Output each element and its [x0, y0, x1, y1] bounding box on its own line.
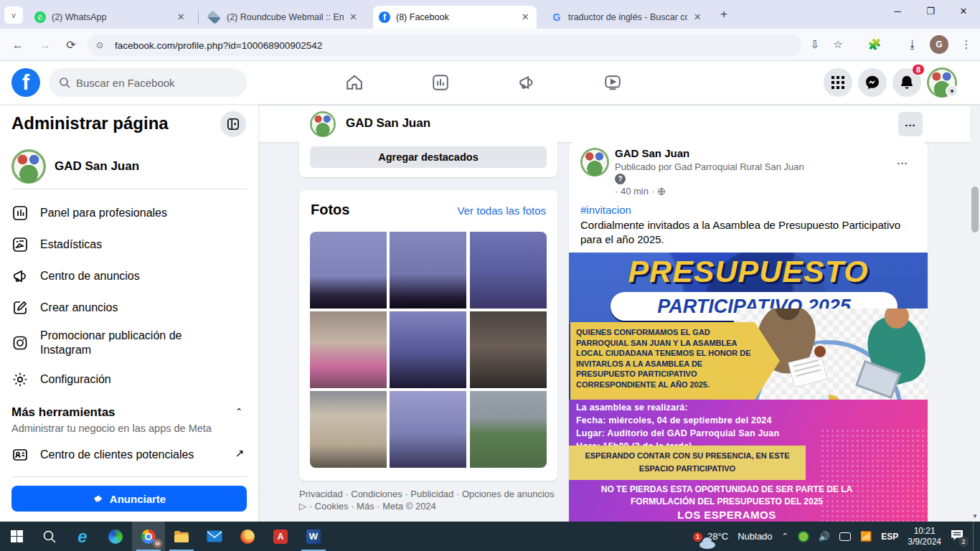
sidebar-item-leads-center[interactable]: Centro de clientes potenciales — [6, 440, 253, 470]
apps-menu-button[interactable] — [824, 68, 852, 97]
photo-thumbnail[interactable] — [470, 391, 547, 468]
footer-links-line2[interactable]: · Cookies · Más · Meta © 2024 — [309, 501, 436, 512]
photo-thumbnail[interactable] — [310, 311, 387, 388]
sidebar-item-label: Centro de clientes potenciales — [40, 448, 194, 462]
system-tray: 1 28°C Nublado ⌃ 🔊 📶 ESP 10:21 3/9/2024 … — [698, 522, 980, 551]
taskbar-file-explorer[interactable] — [165, 522, 198, 551]
show-desktop-button[interactable] — [973, 522, 976, 551]
tray-expand-icon[interactable]: ⌃ — [782, 532, 788, 541]
photo-thumbnail[interactable] — [390, 232, 466, 309]
back-button[interactable]: ← — [9, 36, 27, 55]
taskbar-chrome[interactable]: G — [132, 522, 165, 551]
see-all-photos-link[interactable]: Ver todas las fotos — [458, 204, 546, 217]
page-title-avatar[interactable] — [310, 111, 336, 137]
tab-whatsapp[interactable]: ✆ (2) WhatsApp ✕ — [29, 6, 192, 29]
nav-insights[interactable] — [400, 70, 481, 95]
install-app-icon[interactable]: ⇩ — [807, 37, 823, 52]
window-minimize-button[interactable]: ─ — [881, 0, 914, 24]
collapse-sidebar-button[interactable] — [220, 111, 246, 137]
post-timestamp[interactable]: · 40 min · — [615, 186, 666, 197]
sidebar-item-professional-dashboard[interactable]: Panel para profesionales — [6, 198, 253, 228]
taskbar-search-button[interactable] — [33, 522, 66, 551]
taskbar-internet-explorer[interactable]: e — [66, 522, 99, 551]
add-featured-button[interactable]: Agregar destacados — [310, 146, 547, 168]
photo-thumbnail[interactable] — [390, 391, 466, 468]
browser-menu-icon[interactable]: ⋮ — [958, 37, 974, 52]
search-icon — [42, 529, 57, 544]
nav-home[interactable] — [314, 70, 395, 95]
page-more-button[interactable]: ... — [898, 112, 923, 136]
facebook-search-input[interactable]: Buscar en Facebook — [49, 68, 247, 97]
chevron-down-icon[interactable]: ▾ — [946, 85, 958, 98]
cast-device-icon[interactable] — [839, 532, 851, 541]
scroll-down-arrow[interactable]: ▼ — [970, 512, 980, 522]
sidebar-item-insights[interactable]: Estadísticas — [6, 230, 253, 260]
post-author-avatar[interactable] — [580, 148, 609, 176]
window-close-button[interactable]: ✕ — [947, 0, 980, 24]
window-maximize-button[interactable]: ❐ — [914, 0, 947, 24]
site-info-icon[interactable]: ⊙ — [96, 39, 108, 51]
post-hashtag-link[interactable]: #invitacion — [580, 204, 631, 216]
bookmark-star-icon[interactable]: ☆ — [830, 37, 846, 52]
taskbar-word[interactable]: W — [297, 522, 330, 551]
photo-thumbnail[interactable] — [470, 311, 547, 388]
wifi-icon[interactable]: 📶 — [860, 531, 872, 542]
post-author-name[interactable]: GAD San Juan — [615, 147, 689, 159]
advertise-button[interactable]: Anunciarte — [11, 486, 247, 512]
tab-close-icon[interactable]: ✕ — [692, 11, 703, 23]
page-scrollbar[interactable]: ▲ ▼ — [970, 61, 980, 522]
photos-card: Fotos Ver todas las fotos — [299, 190, 557, 481]
photo-thumbnail[interactable] — [310, 391, 387, 468]
tab-close-icon[interactable]: ✕ — [175, 11, 187, 23]
photo-thumbnail[interactable] — [390, 311, 466, 388]
photo-thumbnail[interactable] — [310, 232, 387, 309]
question-badge-icon[interactable]: ? — [615, 174, 626, 184]
facebook-logo[interactable]: f — [11, 68, 40, 97]
scrollbar-thumb[interactable] — [971, 187, 979, 232]
weather-condition-label[interactable]: Nublado — [738, 531, 772, 542]
reload-button[interactable]: ⟳ — [62, 36, 80, 55]
flyer-detail-line: La asamblea se realizará: — [576, 402, 688, 413]
taskbar-mail[interactable] — [198, 522, 231, 551]
forward-button[interactable]: → — [36, 36, 55, 55]
extensions-puzzle-icon[interactable]: 🧩 — [867, 37, 882, 52]
google-icon: G — [551, 11, 562, 23]
post-flyer-image[interactable]: PRESUPUESTO PARTICIPATIVO 2025 — [569, 253, 928, 522]
tab-close-icon[interactable]: ✕ — [348, 11, 359, 23]
volume-icon[interactable]: 🔊 — [819, 531, 830, 542]
messenger-button[interactable] — [858, 68, 887, 97]
browser-profile-avatar[interactable]: G — [930, 35, 948, 54]
downloads-icon[interactable]: ⭳ — [905, 37, 920, 52]
sidebar-item-label: Configuración — [40, 372, 111, 387]
sidebar-item-ad-center[interactable]: Centro de anuncios — [6, 261, 253, 291]
sidebar-item-boost-instagram[interactable]: Promocionar publicación de Instagram — [6, 323, 253, 363]
taskbar-firefox[interactable] — [231, 522, 264, 551]
start-button[interactable] — [0, 522, 33, 551]
photos-grid — [310, 232, 547, 468]
tab-search-button[interactable]: v — [4, 6, 23, 24]
footer-links-line1[interactable]: Privacidad · Condiciones · Publicidad · … — [299, 489, 555, 499]
sidebar-item-settings[interactable]: Configuración — [6, 364, 253, 395]
action-center-button[interactable]: 2 — [951, 529, 963, 544]
chrome-profile-badge: G — [153, 539, 162, 548]
tab-roundcube[interactable]: (2) Roundcube Webmail :: Entra ✕ — [201, 6, 364, 29]
address-bar[interactable]: ⊙ facebook.com/profile.php?id=1000689009… — [88, 34, 801, 56]
taskbar-acrobat[interactable]: A — [264, 522, 297, 551]
sidebar-page-row[interactable]: GAD San Juan — [11, 143, 247, 189]
antivirus-icon[interactable] — [798, 531, 809, 542]
photo-thumbnail[interactable] — [470, 232, 547, 309]
taskbar-clock[interactable]: 10:21 3/9/2024 — [908, 526, 941, 547]
sidebar-item-create-ads[interactable]: Crear anuncios — [6, 293, 253, 323]
new-tab-button[interactable]: + — [715, 8, 733, 22]
collapse-section-icon[interactable]: ⌃ — [235, 407, 242, 417]
post-more-button[interactable]: ... — [891, 151, 914, 174]
nav-ads[interactable] — [486, 70, 567, 95]
mail-icon — [207, 530, 222, 542]
tab-close-icon[interactable]: ✕ — [519, 11, 531, 23]
language-indicator[interactable]: ESP — [881, 532, 898, 542]
tab-divider — [198, 11, 199, 24]
tab-google-search[interactable]: G traductor de inglés - Buscar con ✕ — [545, 6, 709, 29]
taskbar-edge[interactable] — [99, 522, 132, 551]
tab-facebook[interactable]: f (8) Facebook ✕ — [373, 6, 537, 29]
nav-video[interactable] — [573, 70, 653, 95]
